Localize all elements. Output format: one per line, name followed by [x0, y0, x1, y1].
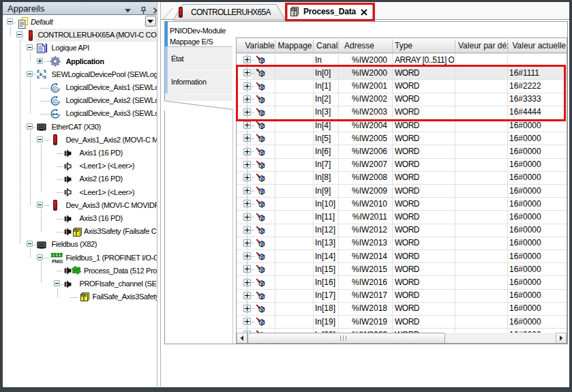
svg-text:PNIO: PNIO [52, 258, 63, 263]
